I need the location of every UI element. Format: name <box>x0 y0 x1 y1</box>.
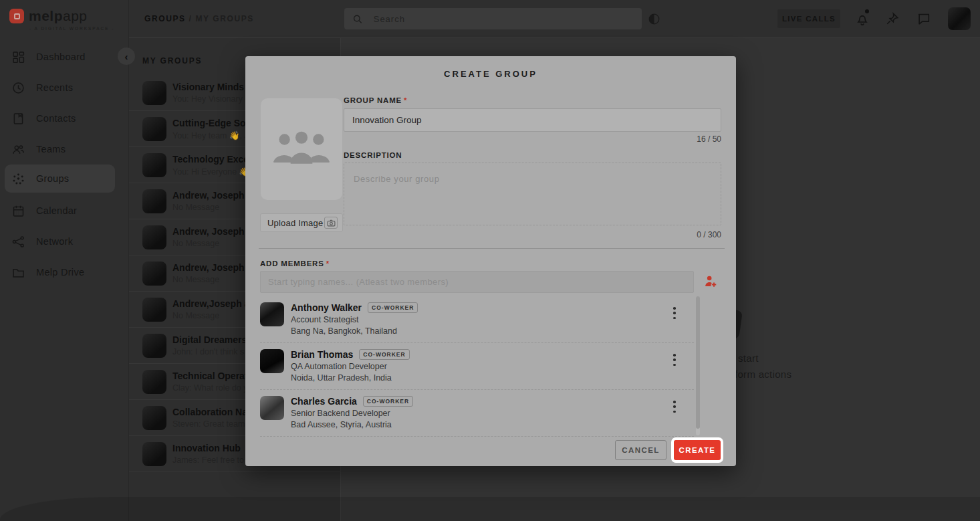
cancel-button[interactable]: CANCEL <box>615 440 666 460</box>
groups-icon <box>11 172 25 186</box>
pin-icon[interactable] <box>885 11 900 26</box>
search-icon <box>352 13 363 25</box>
group-avatar <box>142 334 166 358</box>
description-counter: 0 / 300 <box>344 230 721 239</box>
scrollbar-thumb[interactable] <box>696 296 700 429</box>
user-avatar[interactable] <box>948 7 971 30</box>
live-calls-button[interactable]: LIVE CALLS <box>777 9 840 28</box>
group-avatar <box>142 153 166 177</box>
modal-divider <box>259 248 725 249</box>
member-name: Charles Garcia <box>291 396 357 407</box>
collapse-sidebar-button[interactable]: ‹ <box>118 47 135 65</box>
sidebar-item-label: Dashboard <box>36 51 86 62</box>
bottom-shade <box>0 497 980 521</box>
member-options-kebab-icon[interactable] <box>670 352 679 367</box>
required-asterisk: * <box>404 96 407 104</box>
sidebar-item-contacts[interactable]: Contacts <box>0 103 129 134</box>
group-avatar <box>142 406 166 430</box>
group-name-input[interactable] <box>344 108 721 132</box>
sidebar-item-dashboard[interactable]: Dashboard <box>0 41 129 72</box>
empty-state-text-fragment: form actions <box>735 369 791 380</box>
notifications-bell-icon[interactable] <box>855 11 870 26</box>
group-avatar <box>142 442 166 466</box>
member-avatar <box>260 349 284 373</box>
network-icon <box>11 235 25 249</box>
group-avatar <box>142 81 166 105</box>
member-badge: CO-WORKER <box>363 396 413 407</box>
member-badge: CO-WORKER <box>368 302 418 313</box>
member-avatar <box>260 302 284 326</box>
empty-state-text-fragment: start <box>738 352 759 364</box>
sidebar-item-label: Teams <box>36 144 66 154</box>
member-badge: CO-WORKER <box>359 349 409 360</box>
chat-icon[interactable] <box>916 11 931 26</box>
group-avatar <box>142 298 166 322</box>
group-name-label: GROUP NAME* <box>344 96 407 104</box>
notification-dot <box>865 9 869 13</box>
member-role: Account Strategist <box>291 315 694 324</box>
folder-icon <box>11 266 25 280</box>
member-list-scrollbar <box>696 296 700 435</box>
camera-icon <box>324 217 338 229</box>
contacts-icon <box>11 112 25 126</box>
sidebar-item-label: Network <box>36 236 73 247</box>
sidebar-nav: Dashboard Recents Contacts Teams Groups … <box>0 41 129 288</box>
group-avatar <box>142 370 166 394</box>
calendar-icon <box>11 204 25 218</box>
create-button[interactable]: CREATE <box>674 440 721 460</box>
create-group-modal: CREATE GROUP Upload Image GROUP NAME* 16… <box>245 56 736 466</box>
top-header: GROUPS / MY GROUPS LIVE CALLS <box>129 0 980 38</box>
modal-title: CREATE GROUP <box>245 69 736 79</box>
sidebar-item-label: Melp Drive <box>36 267 84 278</box>
sidebar-item-label: Recents <box>36 82 73 93</box>
description-label: DESCRIPTION <box>344 151 402 159</box>
search-bar[interactable] <box>344 8 642 29</box>
member-row: Charles Garcia CO-WORKER Senior Backend … <box>260 390 694 437</box>
group-people-icon <box>272 130 331 169</box>
member-name: Brian Thomas <box>291 349 353 360</box>
sidebar-item-label: Groups <box>36 173 69 184</box>
sidebar-item-calendar[interactable]: Calendar <box>0 195 129 226</box>
group-avatar <box>142 225 166 249</box>
sidebar-item-teams[interactable]: Teams <box>0 134 129 165</box>
sidebar: melpapp - A DIGITAL WORKSPACE - Dashboar… <box>0 0 129 521</box>
member-options-kebab-icon[interactable] <box>670 306 679 320</box>
add-member-icon[interactable] <box>703 274 718 289</box>
breadcrumb: GROUPS / MY GROUPS <box>144 14 254 23</box>
member-location: Noida, Uttar Pradesh, India <box>291 373 694 383</box>
add-members-input[interactable] <box>260 271 694 293</box>
group-image-placeholder <box>261 98 342 200</box>
upload-image-button[interactable]: Upload Image <box>260 213 343 232</box>
search-input[interactable] <box>374 14 634 24</box>
sidebar-item-network[interactable]: Network <box>0 226 129 257</box>
sidebar-item-recents[interactable]: Recents <box>0 72 129 103</box>
sidebar-item-label: Contacts <box>36 113 76 124</box>
sidebar-item-groups[interactable]: Groups <box>5 165 115 193</box>
app-logo: melpapp - A DIGITAL WORKSPACE - <box>9 8 123 31</box>
melp-logo-icon <box>9 9 24 23</box>
group-avatar <box>142 189 166 213</box>
member-name: Anthony Walker <box>291 302 362 313</box>
member-location: Bang Na, Bangkok, Thailand <box>291 326 694 336</box>
description-textarea[interactable] <box>344 163 721 225</box>
breadcrumb-section: MY GROUPS <box>195 14 254 23</box>
member-options-kebab-icon[interactable] <box>670 399 679 414</box>
group-name-counter: 16 / 50 <box>344 134 721 144</box>
member-row: Anthony Walker CO-WORKER Account Strateg… <box>260 296 694 343</box>
member-role: QA Automation Developer <box>291 362 694 371</box>
brand-tagline: - A DIGITAL WORKSPACE - <box>29 26 123 31</box>
dark-mode-toggle-icon[interactable] <box>648 13 660 25</box>
member-row: Brian Thomas CO-WORKER QA Automation Dev… <box>260 343 694 390</box>
group-avatar <box>142 117 166 141</box>
clock-icon <box>11 81 25 95</box>
member-role: Senior Backend Developer <box>291 409 694 418</box>
member-avatar <box>260 396 284 420</box>
breadcrumb-current: GROUPS <box>144 14 186 23</box>
member-list: Anthony Walker CO-WORKER Account Strateg… <box>260 296 694 437</box>
brand-name: melpapp <box>29 8 88 24</box>
group-avatar <box>142 262 166 286</box>
sidebar-item-melp-drive[interactable]: Melp Drive <box>0 257 129 288</box>
teams-icon <box>11 142 25 157</box>
dashboard-icon <box>11 50 25 64</box>
add-members-label: ADD MEMBERS* <box>260 259 330 268</box>
